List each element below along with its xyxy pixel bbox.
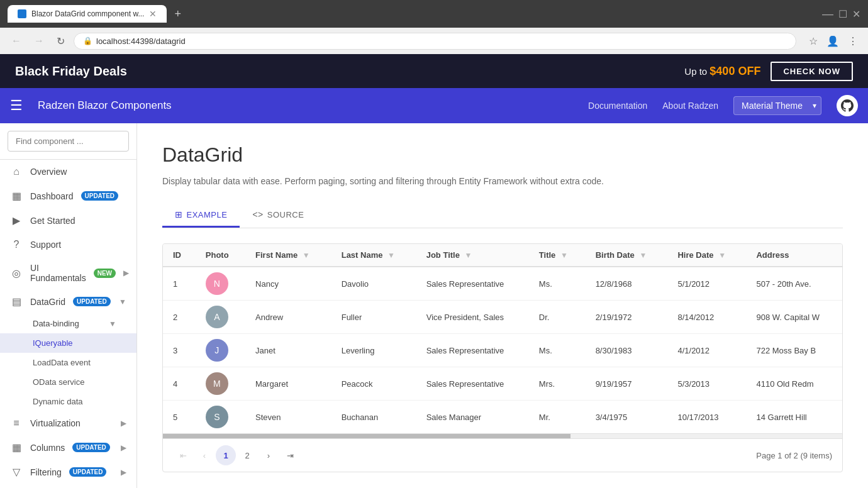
- bookmark-star-button[interactable]: ☆: [806, 33, 820, 50]
- page-1-button[interactable]: 1: [216, 445, 236, 465]
- cell-jobtitle: Sales Representative: [416, 367, 529, 401]
- sidebar-item-get-started[interactable]: ▶ Get Started: [0, 208, 136, 233]
- pagination: ⇤ ‹ 1 2 › ⇥ Page 1 of 2 (9 items): [163, 438, 842, 472]
- virt-chevron-icon: ▶: [121, 419, 126, 428]
- sidebar-item-columns[interactable]: ▦ Columns UPDATED ▶: [0, 435, 136, 460]
- birthdate-filter-icon[interactable]: ▼: [639, 251, 647, 260]
- menu-dots-button[interactable]: ⋮: [845, 33, 860, 50]
- cell-address: 507 - 20th Ave.: [746, 267, 842, 301]
- col-header-birthdate[interactable]: Birth Date ▼: [586, 244, 668, 267]
- table-row: 5 S Steven Buchanan Sales Manager Mr. 3/…: [163, 401, 842, 434]
- cell-firstname: Steven: [245, 401, 331, 434]
- datagrid-table: ID Photo First Name ▼ Last Name ▼: [163, 244, 842, 433]
- first-page-button[interactable]: ⇤: [173, 445, 193, 465]
- window-maximize[interactable]: ☐: [838, 8, 847, 20]
- cell-title: Mrs.: [529, 367, 586, 401]
- col-header-lastname[interactable]: Last Name ▼: [331, 244, 416, 267]
- banner-title: Black Friday Deals: [15, 64, 127, 79]
- lastname-filter-icon[interactable]: ▼: [387, 251, 395, 260]
- sidebar-item-virtualization[interactable]: ≡ Virtualization ▶: [0, 411, 136, 435]
- last-page-button[interactable]: ⇥: [280, 445, 300, 465]
- cols-chevron-icon: ▶: [121, 443, 126, 452]
- cell-hiredate: 5/3/2013: [667, 367, 746, 401]
- page-description: Display tabular data with ease. Perform …: [162, 174, 843, 188]
- avatar: S: [206, 406, 228, 428]
- jobtitle-filter-icon[interactable]: ▼: [465, 251, 472, 260]
- theme-selector-wrap: Material Theme Default Theme Dark Theme: [733, 96, 821, 115]
- hiredate-filter-icon[interactable]: ▼: [718, 251, 726, 260]
- lock-icon: 🔒: [83, 36, 92, 45]
- col-header-photo: Photo: [196, 244, 245, 267]
- sidebar-item-support[interactable]: ? Support: [0, 233, 136, 257]
- theme-select[interactable]: Material Theme Default Theme Dark Theme: [733, 96, 821, 115]
- col-header-firstname[interactable]: First Name ▼: [245, 244, 331, 267]
- page-2-button[interactable]: 2: [237, 445, 257, 465]
- github-button[interactable]: [837, 95, 858, 116]
- tab-close-button[interactable]: ✕: [149, 9, 157, 19]
- col-header-id: ID: [163, 244, 196, 267]
- subitem-dynamic-data[interactable]: Dynamic data: [0, 392, 136, 411]
- sidebar-item-datagrid[interactable]: ▤ DataGrid UPDATED ▼: [0, 289, 136, 314]
- cell-id: 1: [163, 267, 196, 301]
- cell-jobtitle: Sales Representative: [416, 334, 529, 367]
- tab-source[interactable]: <> SOURCE: [240, 203, 316, 228]
- subitem-data-binding[interactable]: Data-binding ▼: [0, 314, 136, 333]
- page-title: DataGrid: [162, 143, 843, 167]
- window-minimize[interactable]: —: [822, 8, 833, 21]
- main-content: DataGrid Display tabular data with ease.…: [137, 123, 868, 488]
- horizontal-scrollbar[interactable]: [163, 433, 842, 438]
- example-tab-icon: ⊞: [175, 209, 183, 219]
- cell-hiredate: 8/14/2012: [667, 301, 746, 334]
- source-tab-icon: <>: [252, 209, 263, 219]
- documentation-link[interactable]: Documentation: [588, 101, 647, 111]
- cell-lastname: Fuller: [331, 301, 416, 334]
- ui-badge: NEW: [94, 269, 116, 278]
- cell-firstname: Andrew: [245, 301, 331, 334]
- forward-button[interactable]: →: [30, 33, 48, 49]
- cell-hiredate: 4/1/2012: [667, 334, 746, 367]
- firstname-filter-icon[interactable]: ▼: [303, 251, 310, 260]
- sidebar-item-dashboard[interactable]: ▦ Dashboard UPDATED: [0, 184, 136, 208]
- sidebar-item-ui-fundamentals[interactable]: ◎ UI Fundamentals NEW ▶: [0, 257, 136, 289]
- table-row: 3 J Janet Leverling Sales Representative…: [163, 334, 842, 367]
- check-now-button[interactable]: CHECK NOW: [771, 62, 853, 81]
- back-button[interactable]: ←: [8, 33, 25, 49]
- window-close[interactable]: ✕: [852, 8, 860, 20]
- next-page-button[interactable]: ›: [259, 445, 279, 465]
- sidebar-item-overview[interactable]: ⌂ Overview: [0, 160, 136, 184]
- home-icon: ⌂: [10, 166, 23, 177]
- cell-birthdate: 8/30/1983: [586, 334, 668, 367]
- tab-example[interactable]: ⊞ EXAMPLE: [162, 203, 240, 228]
- browser-tab[interactable]: Blazor DataGrid commponent w... ✕: [8, 5, 167, 23]
- cell-title: Mr.: [529, 401, 586, 434]
- table-row: 2 A Andrew Fuller Vice President, Sales …: [163, 301, 842, 334]
- prev-page-button[interactable]: ‹: [194, 445, 214, 465]
- sidebar-item-filtering[interactable]: ▽ Filtering UPDATED ▶: [0, 460, 136, 484]
- address-bar[interactable]: 🔒 localhost:44398/datagrid: [74, 33, 796, 50]
- subitem-loaddata[interactable]: LoadData event: [0, 353, 136, 372]
- col-header-jobtitle[interactable]: Job Title ▼: [416, 244, 529, 267]
- col-header-hiredate[interactable]: Hire Date ▼: [667, 244, 746, 267]
- about-radzen-link[interactable]: About Radzen: [662, 101, 718, 111]
- new-tab-button[interactable]: +: [174, 8, 181, 21]
- cell-birthdate: 2/19/1972: [586, 301, 668, 334]
- col-header-title[interactable]: Title ▼: [529, 244, 586, 267]
- brand-name: Radzen Blazor Components: [38, 99, 172, 112]
- reload-button[interactable]: ↻: [53, 33, 69, 50]
- cell-firstname: Nancy: [245, 267, 331, 301]
- app-layout: ⌂ Overview ▦ Dashboard UPDATED ▶ Get Sta…: [0, 123, 868, 488]
- cell-address: 4110 Old Redm: [746, 367, 842, 401]
- account-button[interactable]: 👤: [824, 33, 842, 50]
- title-filter-icon[interactable]: ▼: [560, 251, 568, 260]
- columns-icon: ▦: [10, 441, 23, 453]
- browser-chrome: Blazor DataGrid commponent w... ✕ + — ☐ …: [0, 0, 868, 28]
- data-binding-chevron: ▼: [109, 319, 116, 328]
- sidebar-item-hierarchy[interactable]: ◈ Hierarchy UPDATED ▶: [0, 484, 136, 488]
- subitem-odata[interactable]: OData service: [0, 372, 136, 392]
- table-row: 4 M Margaret Peacock Sales Representativ…: [163, 367, 842, 401]
- sidebar: ⌂ Overview ▦ Dashboard UPDATED ▶ Get Sta…: [0, 123, 137, 488]
- subitem-iqueryable[interactable]: IQueryable: [0, 333, 136, 353]
- hamburger-menu-button[interactable]: ☰: [10, 97, 23, 114]
- filter-chevron-icon: ▶: [121, 468, 126, 477]
- search-input[interactable]: [8, 131, 129, 152]
